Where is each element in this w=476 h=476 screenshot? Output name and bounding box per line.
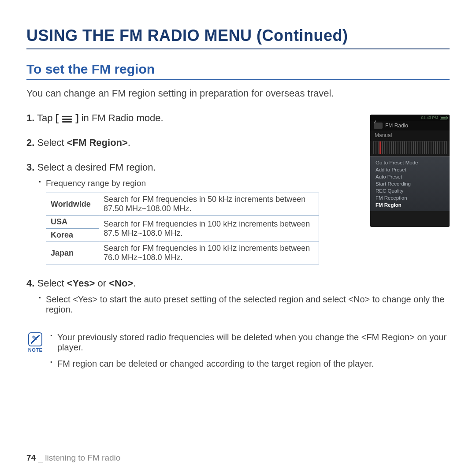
device-menu: Go to Preset Mode Add to Preset Auto Pre… (370, 156, 450, 211)
radio-icon (374, 123, 383, 129)
section-heading: To set the FM region (26, 62, 450, 80)
device-menu-item: Go to Preset Mode (370, 159, 450, 166)
battery-icon (440, 116, 447, 119)
note-label: NOTE (28, 347, 43, 353)
note-items: Your previously stored radio frequencies… (50, 332, 450, 375)
device-menu-item: Start Recording (370, 180, 450, 187)
device-menu-item: FM Reception (370, 194, 450, 201)
note-item-1: Your previously stored radio frequencies… (50, 332, 450, 353)
step-2-text-b: . (128, 137, 130, 148)
step-3-text: Select a desired FM region. (34, 162, 156, 173)
intro-text: You can change an FM region setting in p… (26, 88, 450, 99)
frequency-table: Worldwide Search for FM frequencies in 5… (46, 193, 319, 264)
device-menu-item: Auto Preset (370, 173, 450, 180)
footer-sep: _ (36, 453, 45, 462)
step-3-number: 3. (26, 162, 34, 173)
page-number: 74 (26, 453, 36, 462)
step-2-text-a: Select (34, 137, 67, 148)
table-row: Japan Search for FM frequencies in 100 k… (46, 242, 319, 264)
footer-chapter: listening to FM radio (45, 453, 120, 462)
region-worldwide: Worldwide (46, 193, 99, 216)
step-4-text-c: . (133, 278, 136, 289)
page-title: USING THE FM RADIO MENU (Continued) (26, 26, 450, 49)
step-1-text-d: in FM Radio mode. (79, 112, 164, 123)
step-2-bold: <FM Region> (67, 137, 128, 148)
menu-icon (62, 115, 72, 123)
step-4-bold-no: <No> (109, 278, 133, 289)
step-1-bracket-open: [ (56, 112, 61, 123)
device-menu-item: Add to Preset (370, 166, 450, 173)
device-screenshot: 04:43 PM FM Radio Manual Go to Preset Mo… (370, 115, 450, 227)
step-4-bold-yes: <Yes> (67, 278, 95, 289)
step-2-number: 2. (26, 137, 34, 148)
note-icon-wrap: NOTE (26, 332, 44, 353)
step-1-number: 1. (26, 112, 34, 123)
step-4-text-a: Select (34, 278, 67, 289)
device-title: FM Radio (385, 123, 408, 129)
step-4: 4. Select <Yes> or <No>. Select <Yes> to… (26, 278, 450, 315)
step-4-sub: Select <Yes> to start the auto preset se… (39, 294, 450, 315)
desc-worldwide: Search for FM frequencies in 50 kHz incr… (99, 193, 319, 216)
region-usa: USA (46, 216, 99, 229)
footer: 74 _ listening to FM radio (26, 453, 120, 463)
step-1-bracket-close: ] (73, 112, 78, 123)
device-title-row: FM Radio (370, 121, 450, 130)
desc-usa-korea: Search for FM frequencies in 100 kHz inc… (99, 216, 319, 242)
device-mode: Manual (370, 130, 450, 141)
device-dial (373, 141, 447, 154)
step-4-text-b: or (95, 278, 109, 289)
note-item-2: FM region can be deleted or changed acco… (50, 359, 450, 369)
device-menu-item-selected: FM Region (370, 201, 450, 208)
table-row: Worldwide Search for FM frequencies in 5… (46, 193, 319, 216)
device-menu-item: REC Quality (370, 187, 450, 194)
note-icon (28, 332, 42, 346)
desc-japan: Search for FM frequencies in 100 kHz inc… (99, 242, 319, 264)
table-row: USA Search for FM frequencies in 100 kHz… (46, 216, 319, 229)
device-status-bar: 04:43 PM (370, 115, 450, 121)
region-japan: Japan (46, 242, 99, 264)
step-4-number: 4. (26, 278, 34, 289)
device-time: 04:43 PM (421, 115, 438, 120)
region-korea: Korea (46, 229, 99, 242)
note-block: NOTE Your previously stored radio freque… (26, 332, 450, 375)
step-1-text-a: Tap (34, 112, 55, 123)
